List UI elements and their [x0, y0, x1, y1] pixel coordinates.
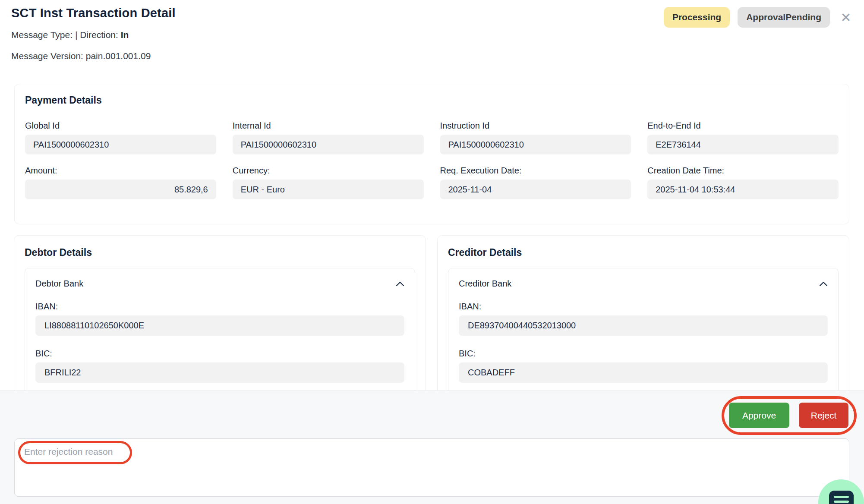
field-amount: Amount: 85.829,6 — [25, 166, 216, 199]
debtor-bank-panel-header[interactable]: Debtor Bank — [35, 279, 404, 289]
field-global-id: Global Id PAI1500000602310 — [25, 121, 216, 154]
message-type-label: Message Type: — [11, 30, 75, 40]
creditor-bank-panel-title: Creditor Bank — [459, 279, 511, 289]
debtor-iban-value[interactable]: LI88088110102650K000E — [35, 315, 404, 336]
field-label: Internal Id — [233, 121, 424, 131]
approve-button[interactable]: Approve — [729, 403, 789, 428]
creditor-bank-panel-header[interactable]: Creditor Bank — [459, 279, 828, 289]
field-currency: Currency: EUR - Euro — [233, 166, 424, 199]
page-header: SCT Inst Transaction Detail Message Type… — [11, 6, 176, 61]
field-value-box[interactable]: PAI1500000602310 — [440, 135, 631, 154]
chevron-up-icon[interactable] — [396, 281, 404, 287]
field-value-box[interactable]: PAI1500000602310 — [233, 135, 424, 154]
creditor-iban-label: IBAN: — [459, 302, 828, 312]
field-label: Creation Date Time: — [647, 166, 839, 176]
action-buttons: Approve Reject — [729, 403, 848, 428]
field-value-box[interactable]: 2025-11-04 — [440, 180, 631, 199]
creditor-iban-value[interactable]: DE89370400440532013000 — [459, 315, 828, 336]
status-badge-processing: Processing — [664, 7, 730, 28]
message-version-line: Message Version: pain.001.001.09 — [11, 51, 176, 61]
creditor-bic-label: BIC: — [459, 349, 828, 359]
payment-details-card: Payment Details Global Id PAI15000006023… — [14, 84, 849, 224]
debtor-details-title: Debtor Details — [25, 247, 415, 258]
rejection-reason-input[interactable] — [14, 438, 849, 497]
field-value-box[interactable]: E2E736144 — [647, 135, 839, 154]
chat-lines-icon — [829, 491, 854, 504]
debtor-bank-panel-title: Debtor Bank — [35, 279, 83, 289]
close-icon[interactable]: ✕ — [839, 11, 853, 25]
field-req-execution-date: Req. Execution Date: 2025-11-04 — [440, 166, 631, 199]
field-label: Instruction Id — [440, 121, 631, 131]
payment-details-title: Payment Details — [25, 94, 839, 106]
debtor-bic-label: BIC: — [35, 349, 404, 359]
reject-button[interactable]: Reject — [799, 403, 848, 428]
page-title: SCT Inst Transaction Detail — [11, 6, 176, 20]
field-value-box[interactable]: PAI1500000602310 — [25, 135, 216, 154]
chevron-up-icon[interactable] — [819, 281, 828, 287]
field-internal-id: Internal Id PAI1500000602310 — [233, 121, 424, 154]
field-label: Currency: — [233, 166, 424, 176]
creditor-details-title: Creditor Details — [448, 247, 839, 258]
field-label: End-to-End Id — [647, 121, 839, 131]
field-value-box[interactable]: EUR - Euro — [233, 180, 424, 199]
action-footer: Approve Reject — [0, 391, 864, 504]
field-label: Req. Execution Date: — [440, 166, 631, 176]
field-value-box[interactable]: 2025-11-04 10:53:44 — [647, 180, 839, 199]
field-label: Amount: — [25, 166, 216, 176]
payment-fields-grid: Global Id PAI1500000602310 Internal Id P… — [25, 121, 839, 199]
status-badge-approval-pending: ApprovalPending — [738, 7, 830, 28]
debtor-iban-label: IBAN: — [35, 302, 404, 312]
field-end-to-end-id: End-to-End Id E2E736144 — [647, 121, 839, 154]
debtor-bic-value[interactable]: BFRILI22 — [35, 362, 404, 383]
field-value-box[interactable]: 85.829,6 — [25, 180, 216, 199]
direction-value: In — [121, 30, 129, 40]
status-badges: Processing ApprovalPending — [664, 7, 830, 28]
direction-label: | Direction: — [75, 30, 121, 40]
field-label: Global Id — [25, 121, 216, 131]
message-type-direction-line: Message Type: | Direction: In — [11, 30, 176, 40]
field-instruction-id: Instruction Id PAI1500000602310 — [440, 121, 631, 154]
field-creation-date-time: Creation Date Time: 2025-11-04 10:53:44 — [647, 166, 839, 199]
creditor-bic-value[interactable]: COBADEFF — [459, 362, 828, 383]
